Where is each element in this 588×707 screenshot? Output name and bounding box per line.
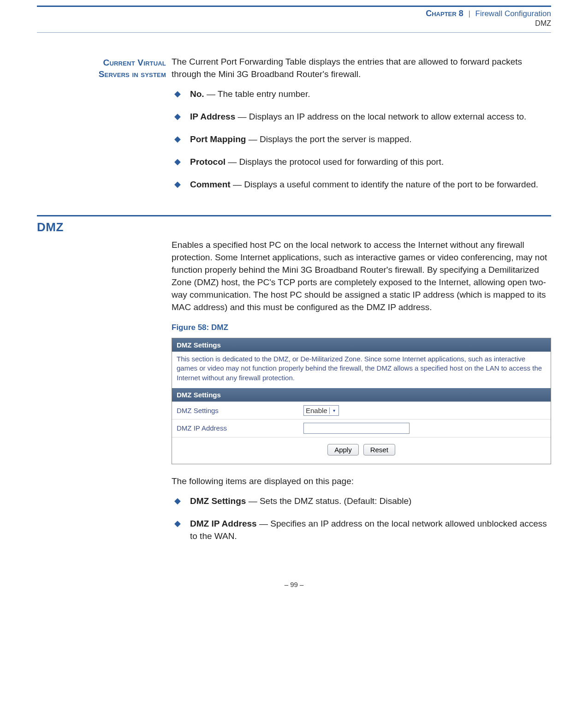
list-item: ◆Comment — Displays a useful comment to … (172, 179, 551, 191)
list-item: ◆IP Address — Displays an IP address on … (172, 111, 551, 123)
list-item: ◆DMZ Settings — Sets the DMZ status. (De… (172, 495, 551, 508)
side-heading-current-virtual-servers: Current Virtual Servers in system (37, 56, 166, 201)
section1-intro: The Current Port Forwarding Table displa… (172, 56, 551, 81)
section1-list: ◆No. — The table entry number. ◆IP Addre… (172, 88, 551, 191)
chapter-title: Firewall Configuration (475, 9, 551, 18)
dmz-ip-address-input[interactable] (303, 423, 410, 434)
dmz-ip-address-label: DMZ IP Address (172, 421, 299, 435)
diamond-icon: ◆ (174, 180, 181, 188)
section-heading-dmz: DMZ (37, 220, 551, 234)
diamond-icon: ◆ (174, 497, 181, 505)
chevron-down-icon: ▾ (329, 407, 338, 414)
diamond-icon: ◆ (174, 112, 181, 120)
dmz-settings-label: DMZ Settings (172, 404, 299, 417)
section2-intro: Enables a specified host PC on the local… (172, 239, 551, 314)
panel-description: This section is dedicated to the DMZ, or… (172, 352, 551, 388)
section2-list: ◆DMZ Settings — Sets the DMZ status. (De… (172, 495, 551, 543)
section2-after-figure: The following items are displayed on thi… (172, 475, 551, 488)
dmz-settings-panel: DMZ Settings This section is dedicated t… (172, 338, 551, 464)
page-header: Chapter 8 | Firewall Configuration DMZ (0, 7, 588, 31)
figure-label: Figure 58: DMZ (172, 322, 551, 333)
header-separator: | (465, 9, 473, 18)
diamond-icon: ◆ (174, 135, 181, 143)
list-item: ◆DMZ IP Address — Specifies an IP addres… (172, 518, 551, 543)
page-footer: – 99 – (0, 553, 588, 597)
diamond-icon: ◆ (174, 519, 181, 527)
chapter-label: Chapter 8 (426, 9, 463, 18)
diamond-icon: ◆ (174, 90, 181, 98)
panel-header: DMZ Settings (172, 338, 551, 352)
panel-subheader: DMZ Settings (172, 388, 551, 401)
list-item: ◆Port Mapping — Displays the port the se… (172, 133, 551, 146)
dmz-settings-select[interactable]: Enable ▾ (303, 405, 339, 416)
header-subtitle: DMZ (37, 19, 551, 28)
apply-button[interactable]: Apply (327, 444, 359, 455)
list-item: ◆No. — The table entry number. (172, 88, 551, 101)
list-item: ◆Protocol — Displays the protocol used f… (172, 156, 551, 168)
diamond-icon: ◆ (174, 157, 181, 166)
reset-button[interactable]: Reset (363, 444, 395, 455)
